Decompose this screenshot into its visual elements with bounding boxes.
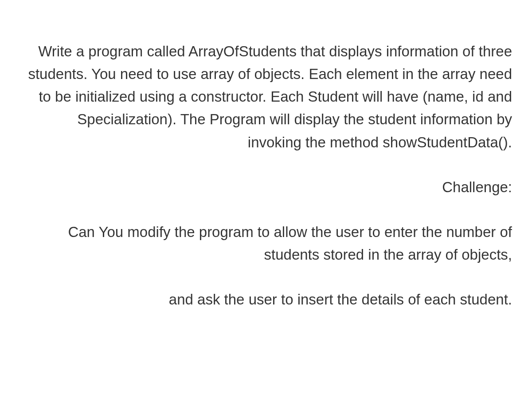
- challenge-paragraph-1: Can You modify the program to allow the …: [20, 221, 512, 266]
- document-content: Write a program called ArrayOfStudents t…: [20, 40, 512, 311]
- challenge-heading: Challenge:: [20, 176, 512, 198]
- main-instruction-paragraph: Write a program called ArrayOfStudents t…: [20, 40, 512, 154]
- challenge-paragraph-2: and ask the user to insert the details o…: [20, 288, 512, 311]
